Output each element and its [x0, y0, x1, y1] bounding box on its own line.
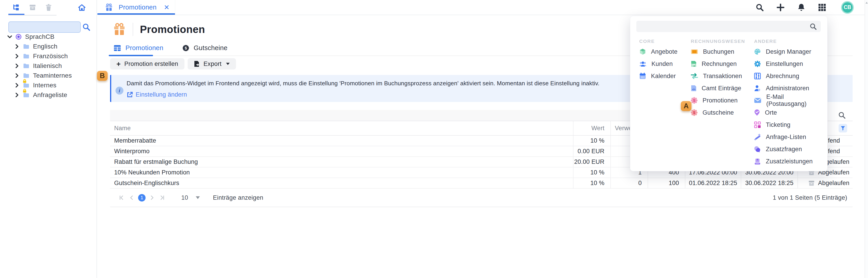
cell-name: Winterpromo [110, 146, 573, 157]
launcher-item-angebote[interactable]: Angebote [639, 45, 690, 58]
cell-name: Gutschein-Englischkurs [110, 178, 573, 188]
trash-icon [46, 4, 52, 11]
search-icon[interactable] [810, 23, 817, 30]
launcher-item-buchungen[interactable]: Buchungen [691, 45, 754, 58]
cell-end: 30.06.2022 18:25 [741, 178, 798, 188]
users-icon [639, 61, 647, 67]
tree-node[interactable]: Anfrageliste [0, 90, 96, 100]
annotation-marker-a: A [681, 101, 691, 111]
archive-icon [29, 4, 36, 11]
launcher-item-kunden[interactable]: Kunden [639, 58, 690, 70]
launcher-item-promotionen[interactable]: $ Promotionen [691, 94, 754, 106]
gift-icon [105, 4, 113, 11]
svg-text:$: $ [185, 46, 187, 50]
first-page-icon[interactable] [117, 195, 127, 200]
create-promotion-button[interactable]: + Promotion erstellen [110, 58, 184, 69]
cell-wert: 10 % [573, 178, 611, 188]
filter-button[interactable] [839, 124, 847, 133]
launcher-item-administratoren[interactable]: Administratoren [754, 82, 822, 94]
section-title: CORE [639, 39, 690, 45]
scroll-up-icon[interactable] [866, 2, 868, 4]
chevron-right-icon[interactable] [16, 54, 23, 59]
folder-icon [23, 73, 33, 78]
sidebar-search-input[interactable] [8, 22, 81, 33]
tab-label: Gutscheine [194, 44, 228, 52]
launcher-item-email-postausgang[interactable]: E-Mail (Postausgang) [754, 94, 822, 106]
tree-node[interactable]: Englisch [0, 41, 96, 51]
launcher-item-label: Anfrage-Listen [766, 134, 806, 141]
launcher-item-zusatzleistungen[interactable]: Zusatzleistungen [754, 155, 822, 167]
radio-circle-icon [15, 33, 25, 40]
ticketing-icon [754, 121, 761, 128]
voucher-badge-icon: $ [182, 45, 189, 51]
tree-node-root[interactable]: SprachCB [0, 32, 96, 41]
launcher-item-camt-eintraege[interactable]: </> Camt Einträge [691, 82, 754, 94]
tab-gutscheine[interactable]: $ Gutscheine [182, 44, 228, 52]
sidebar-home-button[interactable] [78, 4, 86, 11]
tree-node[interactable]: Teaminternes [0, 71, 96, 80]
current-page-button[interactable]: 1 [138, 194, 146, 202]
table-row[interactable]: Gutschein-Englischkurs 10 % 0 100 01.06.… [110, 178, 852, 188]
launcher-item-anfrage-listen[interactable]: Anfrage-Listen [754, 131, 822, 143]
document-tab-promotionen[interactable]: Promotionen ✕ [97, 0, 175, 15]
cell-wert: 10 % [573, 167, 611, 178]
chevron-right-icon[interactable] [16, 73, 23, 78]
search-icon[interactable] [82, 23, 90, 31]
chevron-down-icon[interactable] [7, 35, 15, 38]
launcher-item-zusatzfragen[interactable]: Zusatzfragen [754, 143, 822, 155]
location-pin-icon [754, 109, 760, 116]
avatar[interactable]: CB [841, 1, 854, 14]
launcher-item-design-manager[interactable]: Design Manager [754, 45, 822, 58]
tree-node-label: Französisch [33, 53, 68, 60]
chevron-right-icon[interactable] [16, 93, 23, 97]
launcher-item-transaktionen[interactable]: Transaktionen [691, 70, 754, 82]
search-icon[interactable] [838, 111, 846, 119]
grid-apps-icon[interactable] [817, 3, 827, 12]
topbar-actions: CB [755, 0, 854, 15]
export-button[interactable]: Export [188, 58, 236, 69]
search-icon[interactable] [755, 3, 764, 12]
tree-node[interactable]: Italienisch [0, 61, 96, 71]
ticket-icon [691, 49, 698, 55]
launcher-item-abrechnung[interactable]: Abrechnung [754, 70, 822, 82]
folder-lock-icon [23, 82, 33, 88]
sidebar-tab-trash[interactable] [40, 0, 57, 15]
launcher-item-ticketing[interactable]: Ticketing [754, 119, 822, 131]
tree-node[interactable]: Internes [0, 80, 96, 90]
launcher-item-label: Orte [765, 109, 777, 116]
tab-promotionen[interactable]: Promotionen [114, 44, 163, 52]
launcher-item-rechnungen[interactable]: Rechnungen [691, 58, 754, 70]
change-setting-link[interactable]: Einstellung ändern [127, 91, 187, 98]
voucher-badge-icon: $ [691, 109, 698, 116]
sidebar-tab-tree[interactable] [8, 0, 24, 15]
launcher-item-einstellungen[interactable]: Einstellungen [754, 58, 822, 70]
tree-node-label: SprachCB [25, 33, 55, 40]
info-banner-text: Damit das Promotions-Widget im Frontend … [127, 80, 599, 87]
tree-node-label: Internes [33, 82, 57, 89]
column-header-wert[interactable]: Wert [573, 121, 611, 135]
chevron-right-icon[interactable] [16, 83, 23, 88]
external-link-icon [127, 92, 133, 98]
invoice-icon [691, 61, 697, 67]
envelope-icon [754, 98, 761, 103]
close-icon[interactable]: ✕ [164, 4, 169, 11]
sidebar-tab-archive[interactable] [24, 0, 40, 15]
page-size-select[interactable]: 10 [181, 194, 200, 201]
annotation-marker-b: B [97, 71, 107, 81]
launcher-item-gutscheine[interactable]: $ Gutscheine [691, 106, 754, 119]
prev-page-icon[interactable] [127, 195, 137, 200]
launcher-search-input[interactable] [636, 21, 821, 32]
bell-icon[interactable] [797, 3, 806, 12]
chevron-right-icon[interactable] [16, 64, 23, 68]
page-scrollbar[interactable] [865, 0, 868, 278]
launcher-item-orte[interactable]: Orte [754, 106, 822, 119]
tree-node[interactable]: Französisch [0, 51, 96, 61]
last-page-icon[interactable] [157, 195, 167, 200]
chevron-right-icon[interactable] [16, 44, 23, 49]
launcher-item-kalender[interactable]: Kalender [639, 70, 690, 82]
launcher-item-label: E-Mail (Postausgang) [766, 94, 822, 107]
svg-text:</>: </> [692, 88, 695, 91]
column-header-name[interactable]: Name [110, 121, 573, 135]
next-page-icon[interactable] [147, 195, 157, 200]
plus-icon[interactable] [776, 3, 785, 12]
